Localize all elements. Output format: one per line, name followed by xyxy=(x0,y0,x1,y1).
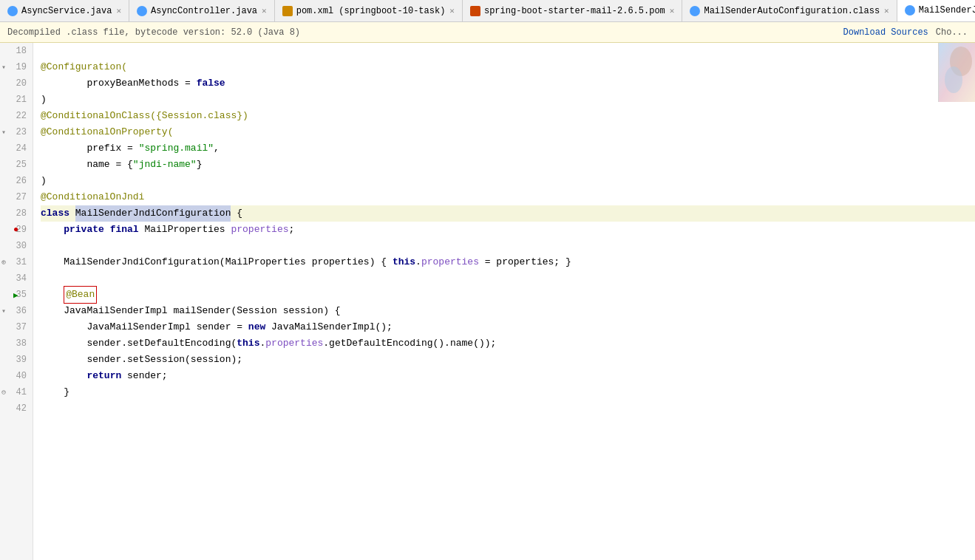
info-bar: Decompiled .class file, bytecode version… xyxy=(0,22,975,43)
fold-icon[interactable]: ⊕ xyxy=(1,258,6,267)
breakpoint-icon: ● xyxy=(13,225,18,235)
gutter-42: 42 xyxy=(0,400,33,417)
code-token: sender.setDefaultEncoding( xyxy=(41,335,237,352)
gutter-29: ●29 xyxy=(0,222,33,238)
close-icon[interactable]: ✕ xyxy=(449,6,455,16)
code-line-28: class MailSenderJndiConfiguration { xyxy=(41,205,975,222)
java-file-icon xyxy=(7,6,18,16)
code-line-23: @ConditionalOnProperty( xyxy=(41,124,975,140)
code-token: ) xyxy=(41,92,47,108)
code-line-30 xyxy=(41,238,975,254)
tab-mail-sender-auto[interactable]: MailSenderAutoConfiguration.class ✕ xyxy=(682,0,897,22)
code-token xyxy=(41,368,86,384)
field-name-token: properties xyxy=(265,335,323,352)
code-line-31: MailSenderJndiConfiguration(MailProperti… xyxy=(41,254,975,270)
code-token: sender.setSession(session); xyxy=(41,352,242,368)
gutter-37: 37 xyxy=(0,319,33,335)
code-token: , xyxy=(214,140,220,157)
close-icon[interactable]: ✕ xyxy=(670,6,675,16)
code-token: sender; xyxy=(121,368,167,384)
close-icon[interactable]: ✕ xyxy=(262,6,267,16)
code-line-18 xyxy=(41,43,975,59)
code-line-42 xyxy=(41,400,975,417)
close-icon[interactable]: ✕ xyxy=(116,6,121,16)
gutter-31: ⊕31 xyxy=(0,254,33,270)
java-file-icon xyxy=(137,6,147,16)
annotation-text: @Bean xyxy=(66,289,95,300)
annotation-token: @Configuration( xyxy=(41,59,127,75)
gutter-18: 18 xyxy=(0,43,33,59)
gutter-41: ⊖41 xyxy=(0,384,33,400)
annotation-token: @ConditionalOnJndi xyxy=(41,189,144,205)
tab-label: AsyncController.java xyxy=(151,6,257,16)
code-line-26: ) xyxy=(41,173,975,189)
tab-label: spring-boot-starter-mail-2.6.5.pom xyxy=(484,6,665,16)
keyword-token: false xyxy=(197,75,225,92)
keyword-token: class xyxy=(41,205,75,222)
code-token: ) xyxy=(41,173,47,189)
code-token: JavaMailSenderImpl sender = xyxy=(41,319,248,335)
close-icon[interactable]: ✕ xyxy=(884,6,889,16)
gutter-38: 38 xyxy=(0,335,33,352)
choose-label: Cho... xyxy=(936,27,968,38)
code-token: prefix = xyxy=(41,140,139,157)
code-line-34 xyxy=(41,270,975,287)
annotation-token: @ConditionalOnClass({Session.class}) xyxy=(41,108,248,124)
code-wrapper: @Configuration( proxyBeanMethods = false… xyxy=(33,43,975,560)
fold-icon[interactable]: ⊖ xyxy=(1,388,6,397)
tab-async-controller[interactable]: AsyncController.java ✕ xyxy=(129,0,275,22)
code-area: 18 ▾19 20 21 22 ▾23 24 25 26 27 28 ●29 3… xyxy=(0,43,975,560)
tab-async-service[interactable]: AsyncService.java ✕ xyxy=(0,0,129,22)
keyword-token: this xyxy=(393,254,415,270)
gutter-19: ▾19 xyxy=(0,59,33,75)
code-line-41: } xyxy=(41,384,975,400)
line-number-gutter: 18 ▾19 20 21 22 ▾23 24 25 26 27 28 ●29 3… xyxy=(0,43,33,560)
fold-icon[interactable]: ▾ xyxy=(1,128,6,137)
code-token xyxy=(41,222,64,238)
field-name-token: properties xyxy=(231,222,288,238)
tab-spring-boot-pom[interactable]: spring-boot-starter-mail-2.6.5.pom ✕ xyxy=(463,0,682,22)
code-token: MailSenderJndiConfiguration(MailProperti… xyxy=(41,254,393,270)
decompiled-info: Decompiled .class file, bytecode version… xyxy=(7,27,300,38)
class-name-token: MailSenderJndiConfiguration xyxy=(75,205,231,222)
info-bar-actions: Download Sources Cho... xyxy=(843,27,968,38)
string-token: "spring.mail" xyxy=(139,140,214,157)
code-line-39: sender.setSession(session); xyxy=(41,352,975,368)
gutter-21: 21 xyxy=(0,92,33,108)
code-line-22: @ConditionalOnClass({Session.class}) xyxy=(41,108,975,124)
code-token: .getDefaultEncoding().name()); xyxy=(323,335,496,352)
code-line-20: proxyBeanMethods = false xyxy=(41,75,975,92)
code-token: . xyxy=(259,335,265,352)
gutter-24: 24 xyxy=(0,140,33,157)
code-token: JavaMailSenderImpl(); xyxy=(265,319,393,335)
code-content[interactable]: @Configuration( proxyBeanMethods = false… xyxy=(33,43,975,417)
keyword-token: private final xyxy=(64,222,144,238)
tab-label: MailSenderAutoConfiguration.class xyxy=(704,6,880,16)
xml-file-icon xyxy=(282,6,293,16)
class-file-icon xyxy=(690,6,700,16)
svg-point-2 xyxy=(945,66,962,93)
code-line-19: @Configuration( xyxy=(41,59,975,75)
fold-icon[interactable]: ▾ xyxy=(1,63,6,72)
tab-pom-xml[interactable]: pom.xml (springboot-10-task) ✕ xyxy=(275,0,463,22)
bean-annotation-token: @Bean xyxy=(64,286,97,304)
code-line-24: prefix = "spring.mail", xyxy=(41,140,975,157)
tab-mail-sender-jndi[interactable]: MailSenderJndiConfiguration.class ✕ xyxy=(897,0,975,22)
tab-label: pom.xml (springboot-10-task) xyxy=(296,6,446,16)
code-line-29: private final MailProperties properties; xyxy=(41,222,975,238)
fold-icon[interactable]: ▾ xyxy=(1,307,6,315)
deco-svg xyxy=(939,43,975,102)
tab-label: MailSenderJndiConfiguration.class xyxy=(919,5,975,16)
tab-bar: AsyncService.java ✕ AsyncController.java… xyxy=(0,0,975,22)
keyword-token: return xyxy=(86,368,121,384)
string-token: "jndi-name" xyxy=(133,157,197,173)
annotation-token: @ConditionalOnProperty( xyxy=(41,124,173,140)
tab-label: AsyncService.java xyxy=(21,6,112,16)
gutter-25: 25 xyxy=(0,157,33,173)
code-token: ; xyxy=(288,222,294,238)
download-sources-link[interactable]: Download Sources xyxy=(843,27,928,38)
class-file-icon xyxy=(905,5,915,16)
code-line-35: @Bean xyxy=(41,287,975,303)
gutter-40: 40 xyxy=(0,368,33,384)
code-line-27: @ConditionalOnJndi xyxy=(41,189,975,205)
